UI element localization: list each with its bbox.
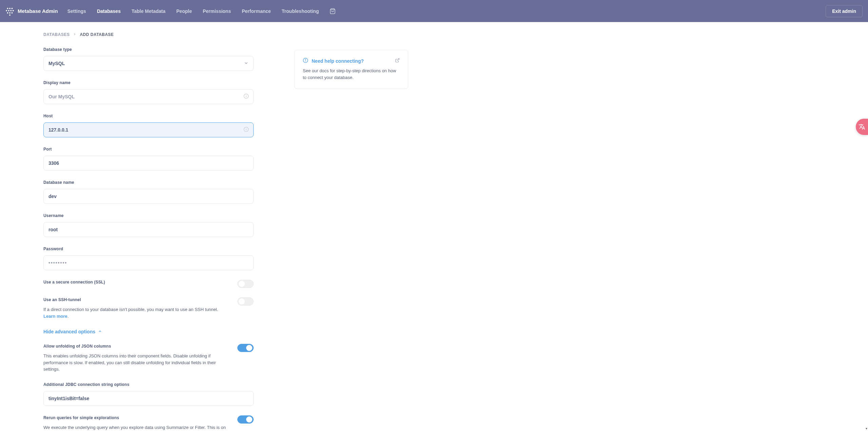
- breadcrumb: DATABASES ADD DATABASE: [43, 32, 254, 37]
- nav-performance[interactable]: Performance: [242, 8, 271, 14]
- label-json: Allow unfolding of JSON columns: [43, 344, 231, 349]
- toggle-rerun[interactable]: [237, 415, 254, 424]
- field-display-name: Display name: [43, 80, 254, 104]
- svg-point-1: [9, 7, 11, 9]
- brand[interactable]: Metabase Admin: [5, 7, 58, 16]
- admin-header: Metabase Admin Settings Databases Table …: [0, 0, 868, 22]
- nav-settings[interactable]: Settings: [67, 8, 86, 14]
- svg-point-17: [246, 128, 246, 129]
- svg-point-3: [6, 10, 7, 11]
- scroll-indicator-icon[interactable]: ▾: [866, 427, 867, 430]
- svg-point-4: [8, 10, 9, 11]
- field-password: Password: [43, 247, 254, 270]
- label-username: Username: [43, 213, 254, 218]
- help-body: See our docs for step-by-step directions…: [303, 67, 400, 81]
- brand-text: Metabase Admin: [18, 8, 58, 14]
- desc-rerun: We execute the underlying query when you…: [43, 424, 231, 431]
- svg-point-14: [246, 95, 246, 96]
- chevron-up-icon: [98, 329, 102, 334]
- help-card: Need help connecting? See our docs for s…: [294, 50, 408, 89]
- field-host: Host: [43, 114, 254, 137]
- svg-point-7: [7, 12, 8, 13]
- label-db-name: Database name: [43, 180, 254, 185]
- help-title-link[interactable]: Need help connecting?: [312, 58, 364, 64]
- svg-point-9: [12, 12, 13, 13]
- field-db-name: Database name: [43, 180, 254, 204]
- row-rerun: Rerun queries for simple explorations We…: [43, 415, 254, 431]
- label-host: Host: [43, 114, 254, 118]
- row-ssh: Use an SSH-tunnel If a direct connection…: [43, 297, 254, 319]
- row-json: Allow unfolding of JSON columns This ena…: [43, 344, 254, 373]
- info-icon: [303, 58, 308, 64]
- toggle-json[interactable]: [237, 344, 254, 352]
- input-db-name[interactable]: [43, 189, 254, 204]
- label-jdbc: Additional JDBC connection string option…: [43, 382, 254, 387]
- input-password[interactable]: [43, 255, 254, 270]
- toggle-ssh[interactable]: [237, 297, 254, 306]
- svg-point-6: [13, 10, 14, 11]
- nav-troubleshooting[interactable]: Troubleshooting: [282, 8, 319, 14]
- svg-point-2: [12, 7, 13, 9]
- info-icon[interactable]: [243, 94, 249, 100]
- form-column: DATABASES ADD DATABASE Database type MyS…: [43, 32, 254, 431]
- desc-ssh: If a direct connection to your database …: [43, 306, 231, 319]
- breadcrumb-current: ADD DATABASE: [80, 32, 114, 37]
- advanced-options-toggle[interactable]: Hide advanced options: [43, 329, 254, 334]
- label-ssl: Use a secure connection (SSL): [43, 280, 231, 285]
- metabase-logo-icon: [5, 7, 14, 16]
- svg-point-8: [9, 12, 11, 13]
- row-ssl: Use a secure connection (SSL): [43, 280, 254, 288]
- admin-nav: Settings Databases Table Metadata People…: [67, 8, 826, 14]
- label-ssh: Use an SSH-tunnel: [43, 297, 231, 302]
- external-link-icon[interactable]: [395, 58, 400, 64]
- label-display-name: Display name: [43, 80, 254, 85]
- field-username: Username: [43, 213, 254, 237]
- field-port: Port: [43, 147, 254, 171]
- select-db-type[interactable]: MySQL: [43, 56, 254, 71]
- info-icon[interactable]: [243, 127, 249, 133]
- input-host[interactable]: [43, 122, 254, 137]
- store-icon[interactable]: [330, 8, 336, 14]
- nav-databases[interactable]: Databases: [97, 8, 121, 14]
- learn-more-link[interactable]: Learn more: [43, 314, 67, 319]
- input-port[interactable]: [43, 156, 254, 171]
- input-display-name[interactable]: [43, 89, 254, 104]
- svg-line-21: [397, 59, 399, 61]
- select-db-type-value: MySQL: [48, 61, 65, 66]
- breadcrumb-databases[interactable]: DATABASES: [43, 32, 70, 37]
- page-content: DATABASES ADD DATABASE Database type MyS…: [0, 22, 868, 431]
- chevron-down-icon: [244, 61, 249, 66]
- label-port: Port: [43, 147, 254, 152]
- nav-table-metadata[interactable]: Table Metadata: [132, 8, 165, 14]
- toggle-ssl[interactable]: [237, 280, 254, 288]
- label-db-type: Database type: [43, 47, 254, 52]
- svg-point-0: [7, 7, 8, 9]
- exit-admin-button[interactable]: Exit admin: [826, 5, 863, 17]
- chevron-right-icon: [73, 32, 76, 37]
- svg-point-5: [10, 10, 12, 11]
- field-db-type: Database type MySQL: [43, 47, 254, 71]
- label-password: Password: [43, 247, 254, 251]
- field-jdbc: Additional JDBC connection string option…: [43, 382, 254, 406]
- svg-point-20: [305, 59, 305, 59]
- nav-people[interactable]: People: [176, 8, 192, 14]
- desc-json: This enables unfolding JSON columns into…: [43, 353, 231, 373]
- input-jdbc[interactable]: [43, 391, 254, 406]
- input-username[interactable]: [43, 222, 254, 237]
- label-rerun: Rerun queries for simple explorations: [43, 415, 231, 420]
- svg-point-10: [9, 14, 11, 16]
- nav-permissions[interactable]: Permissions: [203, 8, 231, 14]
